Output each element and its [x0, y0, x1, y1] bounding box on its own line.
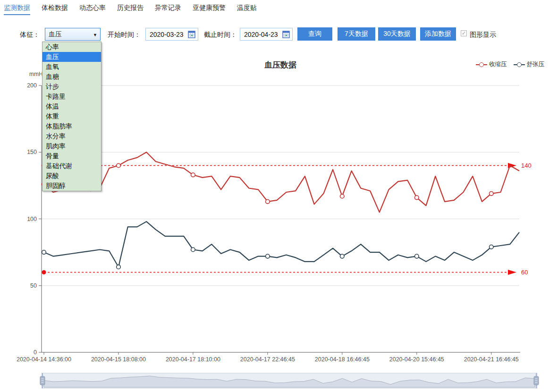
x-tick-label: 2020-04-20 15:46:45 [389, 356, 444, 363]
y-tick-label: 200 [27, 82, 37, 89]
markline-start-dot [42, 270, 46, 274]
option-blood-pressure[interactable]: 血压 [42, 52, 101, 62]
option-body-temp[interactable]: 体温 [42, 102, 101, 111]
y-tick-label: 150 [27, 149, 37, 155]
option-steps[interactable]: 计步 [42, 82, 101, 92]
data-point-marker[interactable] [266, 254, 270, 258]
option-blood-oxygen[interactable]: 血氧 [42, 62, 101, 72]
option-heart-rate[interactable]: 心率 [42, 42, 101, 52]
data-point-marker[interactable] [117, 163, 121, 168]
x-tick-label: 2020-04-17 18:10:00 [166, 356, 220, 363]
sign-type-dropdown-list: 心率 血压 血氧 血糖 计步 卡路里 体温 体重 体脂肪率 水分率 肌肉率 骨量… [42, 42, 101, 191]
markline-label: 140 [521, 162, 532, 169]
data-point-marker[interactable] [490, 192, 494, 196]
option-body-fat[interactable]: 体脂肪率 [42, 121, 101, 131]
x-tick-label: 2020-04-15 18:08:00 [91, 356, 146, 363]
option-calories[interactable]: 卡路里 [42, 92, 101, 102]
option-muscle-rate[interactable]: 肌肉率 [42, 141, 101, 151]
option-water-rate[interactable]: 水分率 [42, 131, 101, 141]
data-point-marker[interactable] [415, 254, 419, 258]
option-basal-metabolism[interactable]: 基础代谢 [42, 161, 101, 171]
sign-type-select-value: 血压 [49, 30, 62, 39]
chevron-down-icon: ▼ [93, 33, 97, 37]
series-line-diastolic [44, 222, 519, 267]
y-tick-label: 0 [34, 349, 37, 356]
data-point-marker[interactable] [191, 247, 195, 252]
option-blood-sugar[interactable]: 血糖 [42, 72, 101, 82]
x-tick-label: 2020-04-21 16:46:45 [464, 356, 519, 363]
data-point-marker[interactable] [490, 245, 494, 249]
data-point-marker[interactable] [42, 250, 46, 255]
data-point-marker[interactable] [191, 173, 195, 177]
x-tick-label: 2020-04-14 14:36:00 [17, 356, 71, 363]
markline-arrow-icon [508, 270, 516, 275]
x-tick-label: 2020-04-18 16:46:45 [315, 356, 370, 363]
option-weight[interactable]: 体重 [42, 111, 101, 121]
data-point-marker[interactable] [117, 265, 121, 269]
option-bone-mass[interactable]: 骨量 [42, 151, 101, 161]
data-point-marker[interactable] [340, 254, 345, 258]
option-uric-acid[interactable]: 尿酸 [42, 171, 101, 181]
series-line-systolic [44, 152, 519, 212]
data-point-marker[interactable] [415, 196, 419, 200]
y-tick-label: 100 [27, 216, 37, 222]
x-tick-label: 2020-04-17 22:46:45 [240, 356, 295, 363]
sign-type-select[interactable]: 血压 ▼ [45, 28, 101, 41]
y-tick-label: 50 [30, 282, 37, 289]
option-cholesterol[interactable]: 胆固醇 [42, 181, 101, 191]
data-point-marker[interactable] [340, 194, 345, 198]
data-point-marker[interactable] [266, 200, 270, 204]
markline-label: 60 [521, 269, 528, 276]
